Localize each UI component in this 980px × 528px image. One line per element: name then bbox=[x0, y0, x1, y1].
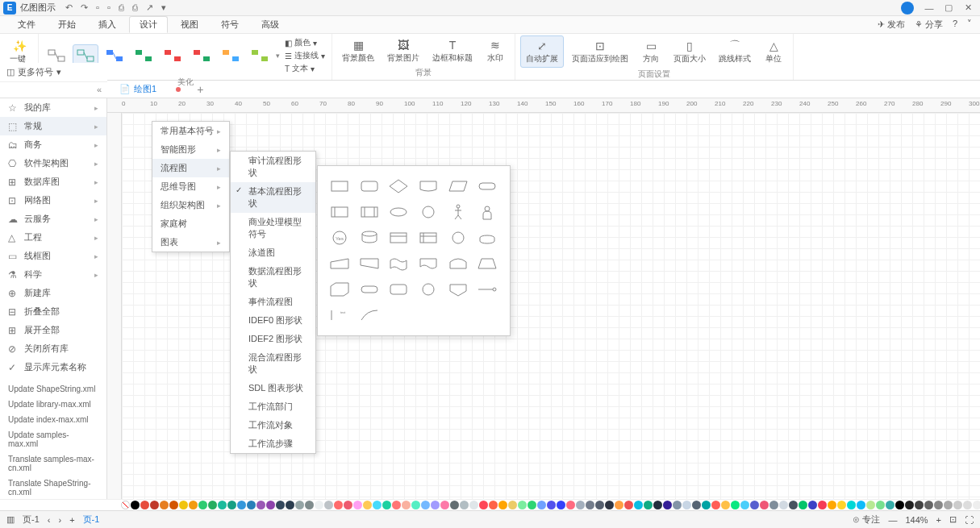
shape-thumbnail[interactable] bbox=[416, 227, 440, 248]
color-swatch[interactable] bbox=[198, 501, 207, 509]
library-item[interactable]: ☆我的库▸ bbox=[0, 98, 106, 117]
submenu-item[interactable]: 工作流步骤 bbox=[231, 434, 315, 453]
color-swatch[interactable] bbox=[576, 501, 585, 509]
zoom-level[interactable]: 144% bbox=[905, 515, 928, 525]
ribbon-colors[interactable]: ◧ 颜色 ▾ bbox=[285, 37, 325, 48]
submenu-item[interactable]: ✓基本流程图形状 bbox=[231, 182, 315, 213]
library-item[interactable]: ⊕新建库 bbox=[0, 284, 106, 302]
ribbon-text[interactable]: T 文本 ▾ bbox=[285, 63, 325, 74]
help-icon[interactable]: ? bbox=[953, 19, 957, 31]
color-swatch[interactable] bbox=[605, 501, 614, 509]
color-swatch[interactable] bbox=[895, 501, 904, 509]
add-page-icon[interactable]: + bbox=[69, 515, 74, 525]
share-button[interactable]: ⚘ 分享 bbox=[915, 19, 943, 31]
submenu-item[interactable]: 流程图▸ bbox=[152, 159, 229, 177]
color-swatch[interactable] bbox=[344, 501, 352, 509]
submenu-item[interactable]: 组织架构图▸ bbox=[152, 196, 229, 214]
close-button[interactable]: ✕ bbox=[959, 1, 977, 15]
color-swatch[interactable] bbox=[440, 501, 449, 509]
color-swatch[interactable] bbox=[557, 501, 565, 509]
submenu-item[interactable]: 泳道图 bbox=[231, 243, 315, 262]
add-tab-button[interactable]: + bbox=[197, 83, 203, 96]
shape-thumbnail[interactable] bbox=[357, 253, 382, 274]
shape-thumbnail[interactable] bbox=[327, 279, 352, 300]
print-icon[interactable]: ⎙ bbox=[132, 2, 138, 13]
recent-item[interactable]: Translate samples-max-cn.xml bbox=[8, 451, 98, 476]
menu-file[interactable]: 文件 bbox=[8, 17, 45, 32]
fullscreen-icon[interactable]: ⛶ bbox=[965, 515, 974, 525]
open-icon[interactable]: ▫ bbox=[107, 2, 111, 13]
collapse-sidebar-icon[interactable]: « bbox=[97, 85, 102, 94]
color-swatch[interactable] bbox=[421, 501, 430, 509]
color-swatch[interactable] bbox=[469, 501, 478, 509]
zoom-out-icon[interactable]: — bbox=[888, 515, 897, 525]
recent-item[interactable]: Update ShapeString.xml bbox=[8, 381, 98, 397]
color-swatch[interactable] bbox=[160, 501, 169, 509]
shape-thumbnail[interactable] bbox=[475, 202, 499, 222]
color-swatch[interactable] bbox=[518, 501, 527, 509]
shape-thumbnail[interactable] bbox=[386, 253, 411, 274]
color-swatch[interactable] bbox=[266, 501, 275, 509]
shape-thumbnail[interactable] bbox=[386, 279, 411, 300]
library-item[interactable]: ✓显示库元素名称 bbox=[0, 358, 106, 376]
shape-thumbnail[interactable]: text bbox=[327, 305, 352, 326]
color-swatch[interactable] bbox=[692, 501, 701, 509]
shape-thumbnail[interactable] bbox=[357, 202, 382, 222]
maximize-button[interactable]: ▢ bbox=[940, 1, 957, 15]
color-swatch[interactable] bbox=[837, 501, 846, 509]
color-swatch[interactable] bbox=[721, 501, 730, 509]
library-item[interactable]: ⊟折叠全部 bbox=[0, 302, 106, 321]
color-swatch[interactable] bbox=[208, 501, 217, 509]
color-swatch[interactable] bbox=[760, 501, 769, 509]
submenu-item[interactable]: 审计流程图形状 bbox=[231, 152, 315, 182]
color-swatch[interactable] bbox=[411, 501, 420, 509]
color-swatch[interactable] bbox=[479, 501, 488, 509]
watermark-button[interactable]: ≋水印 bbox=[481, 35, 510, 66]
theme-dropdown-icon[interactable]: ▾ bbox=[276, 52, 280, 60]
menu-design[interactable]: 设计 bbox=[129, 16, 168, 33]
page-link[interactable]: 页-1 bbox=[83, 513, 100, 526]
color-swatch[interactable] bbox=[131, 501, 140, 509]
jump-style-button[interactable]: ⌒跳线样式 bbox=[714, 36, 756, 67]
border-title-button[interactable]: T边框和标题 bbox=[427, 35, 477, 66]
color-swatch[interactable] bbox=[169, 501, 178, 509]
shape-thumbnail[interactable] bbox=[386, 227, 411, 248]
page-indicator[interactable]: 页-1 bbox=[23, 513, 40, 526]
no-fill-swatch[interactable] bbox=[121, 501, 130, 509]
library-item[interactable]: ⬚常规▸ bbox=[0, 117, 106, 135]
prev-page-icon[interactable]: ‹ bbox=[48, 515, 51, 525]
more-symbols-dropdown[interactable]: ◫ 更多符号 ▾ bbox=[0, 63, 107, 82]
color-swatch[interactable] bbox=[150, 501, 159, 509]
recent-item[interactable]: Translate ShapeString-cn.xml bbox=[8, 476, 98, 499]
color-swatch[interactable] bbox=[866, 501, 875, 509]
ribbon-collapse-icon[interactable]: ˅ bbox=[967, 19, 972, 31]
export-icon[interactable]: ↗ bbox=[146, 2, 153, 13]
library-item[interactable]: ⊘关闭所有库 bbox=[0, 339, 106, 358]
color-swatch[interactable] bbox=[489, 501, 498, 509]
ribbon-connectors[interactable]: ☰ 连接线 ▾ bbox=[285, 50, 325, 61]
library-item[interactable]: ⊞展开全部 bbox=[0, 321, 106, 339]
color-swatch[interactable] bbox=[218, 501, 227, 509]
color-swatch[interactable] bbox=[528, 501, 536, 509]
more-icon[interactable]: ▾ bbox=[161, 2, 166, 13]
shape-thumbnail[interactable] bbox=[446, 279, 470, 300]
color-swatch[interactable] bbox=[857, 501, 865, 509]
shape-thumbnail[interactable] bbox=[416, 253, 440, 274]
minimize-button[interactable]: — bbox=[920, 1, 938, 15]
color-swatch[interactable] bbox=[305, 501, 314, 509]
color-swatch[interactable] bbox=[915, 501, 924, 509]
color-swatch[interactable] bbox=[731, 501, 740, 509]
shape-thumbnail[interactable] bbox=[386, 202, 411, 222]
color-swatch[interactable] bbox=[769, 501, 778, 509]
auto-expand-button[interactable]: ⤢自动扩展 bbox=[520, 35, 564, 68]
color-swatch[interactable] bbox=[334, 501, 343, 509]
library-item[interactable]: △工程▸ bbox=[0, 228, 106, 247]
color-swatch[interactable] bbox=[382, 501, 391, 509]
bg-image-button[interactable]: 🖼背景图片 bbox=[382, 35, 424, 66]
zoom-in-icon[interactable]: + bbox=[936, 515, 941, 525]
new-icon[interactable]: ▫ bbox=[96, 2, 99, 13]
submenu-item[interactable]: 数据流程图形状 bbox=[231, 262, 315, 293]
undo-icon[interactable]: ↶ bbox=[65, 2, 73, 13]
shape-thumbnail[interactable] bbox=[446, 253, 470, 274]
color-swatch[interactable] bbox=[402, 501, 411, 509]
